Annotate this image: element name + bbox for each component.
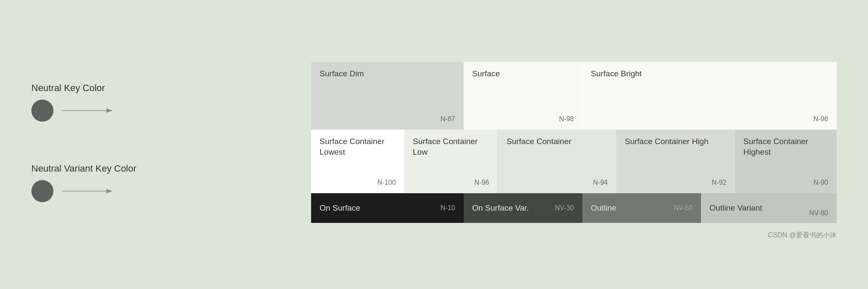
surface-container-high-cell: Surface Container High N-92 <box>616 130 735 193</box>
surface-container-low-title: Surface Container Low <box>413 136 489 157</box>
bottom-row: On Surface N-10 On Surface Var. NV-30 Ou… <box>311 193 837 223</box>
on-surface-title: On Surface <box>320 203 360 214</box>
on-surface-var-code: NV-30 <box>555 204 574 212</box>
on-surface-cell: On Surface N-10 <box>311 193 464 223</box>
outline-variant-cell: Outline Variant NV-80 <box>701 193 837 223</box>
surface-dim-title: Surface Dim <box>320 69 455 79</box>
surface-container-highest-title: Surface Container Highest <box>743 136 828 157</box>
surface-container-highest-code: N-90 <box>813 179 828 186</box>
surface-container-high-title: Surface Container High <box>625 136 726 147</box>
surface-container-title: Surface Container <box>506 136 608 147</box>
surface-bright-code: N-98 <box>813 115 828 123</box>
neutral-key-color-group: Neutral Key Color <box>31 70 171 142</box>
surface-container-high-code: N-92 <box>712 179 726 186</box>
surface-title: Surface <box>472 69 574 79</box>
outline-cell: Outline NV-50 <box>582 193 701 223</box>
neutral-variant-arrow <box>62 186 113 196</box>
top-row: Surface Dim N-87 Surface N-98 Surface Br… <box>311 62 837 130</box>
neutral-variant-key-color-group: Neutral Variant Key Color <box>31 142 171 214</box>
surface-container-lowest-title: Surface Container Lowest <box>320 136 396 157</box>
surface-bright-title: Surface Bright <box>591 69 828 79</box>
on-surface-code: N-10 <box>440 204 455 212</box>
on-surface-var-title: On Surface Var. <box>472 203 529 214</box>
watermark: CSDN @爱看书的小沐 <box>768 231 837 240</box>
outline-variant-title: Outline Variant <box>709 203 762 214</box>
outline-code: NV-50 <box>674 204 693 212</box>
surface-container-lowest-cell: Surface Container Lowest N-100 <box>311 130 404 193</box>
outline-title: Outline <box>591 203 616 214</box>
surface-dim-cell: Surface Dim N-87 <box>311 62 464 130</box>
surface-container-code: N-94 <box>593 179 608 186</box>
neutral-arrow <box>62 106 113 116</box>
svg-marker-3 <box>106 189 113 193</box>
neutral-key-color-label: Neutral Key Color <box>31 83 171 94</box>
neutral-color-circle <box>31 100 53 122</box>
surface-container-low-code: N-96 <box>474 179 489 186</box>
neutral-variant-key-color-label: Neutral Variant Key Color <box>31 163 171 174</box>
middle-row: Surface Container Lowest N-100 Surface C… <box>311 130 837 193</box>
outline-variant-code: NV-80 <box>810 209 828 217</box>
surface-code: N-98 <box>559 115 574 123</box>
surface-cell: Surface N-98 <box>464 62 582 130</box>
surface-dim-code: N-87 <box>440 115 455 123</box>
surface-bright-cell: Surface Bright N-98 <box>582 62 837 130</box>
surface-container-cell: Surface Container N-94 <box>498 130 616 193</box>
on-surface-var-cell: On Surface Var. NV-30 <box>464 193 582 223</box>
surface-container-lowest-code: N-100 <box>377 179 396 186</box>
surface-container-low-cell: Surface Container Low N-96 <box>404 130 498 193</box>
surface-container-highest-cell: Surface Container Highest N-90 <box>735 130 837 193</box>
neutral-variant-color-circle <box>31 180 53 202</box>
svg-marker-1 <box>106 108 113 113</box>
